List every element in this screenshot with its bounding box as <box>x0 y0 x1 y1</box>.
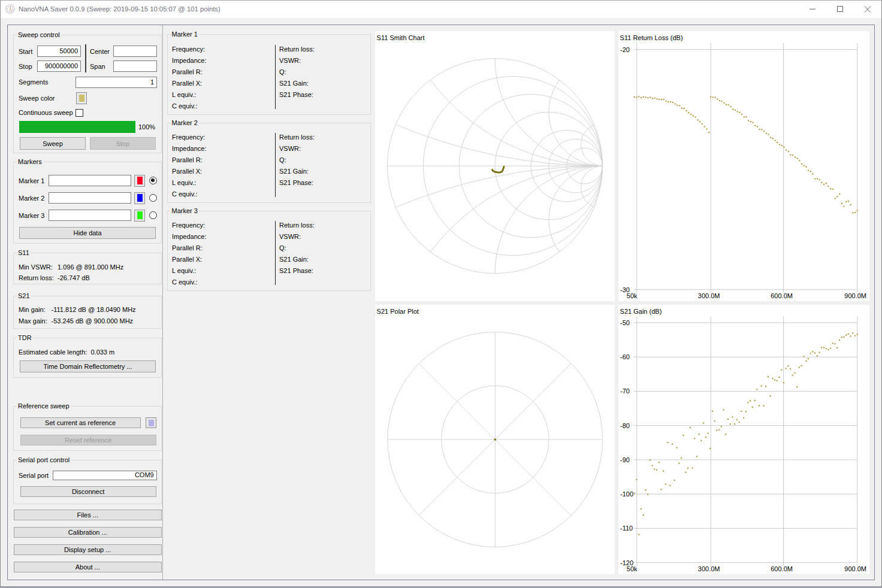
svg-text:-80: -80 <box>620 422 630 429</box>
svg-text:300.0M: 300.0M <box>698 292 720 299</box>
svg-text:600.0M: 600.0M <box>771 292 793 299</box>
svg-text:S21 Polar Plot: S21 Polar Plot <box>377 308 419 315</box>
svg-text:50k: 50k <box>627 565 638 572</box>
svg-text:S11 Return Loss (dB): S11 Return Loss (dB) <box>620 34 683 41</box>
svg-text:-50: -50 <box>620 319 630 326</box>
svg-text:S11 Smith Chart: S11 Smith Chart <box>377 34 425 41</box>
svg-text:50k: 50k <box>627 292 638 299</box>
svg-text:S21 Gain (dB): S21 Gain (dB) <box>620 308 662 315</box>
svg-text:-60: -60 <box>620 353 630 360</box>
svg-text:600.0M: 600.0M <box>771 565 793 572</box>
svg-text:-100: -100 <box>620 490 633 498</box>
svg-text:-90: -90 <box>620 456 630 463</box>
svg-text:900.0M: 900.0M <box>844 292 866 299</box>
svg-text:-20: -20 <box>620 46 630 53</box>
svg-text:-70: -70 <box>620 387 630 395</box>
svg-text:-110: -110 <box>620 525 633 532</box>
svg-text:900.0M: 900.0M <box>844 565 866 572</box>
svg-text:300.0M: 300.0M <box>698 565 720 572</box>
